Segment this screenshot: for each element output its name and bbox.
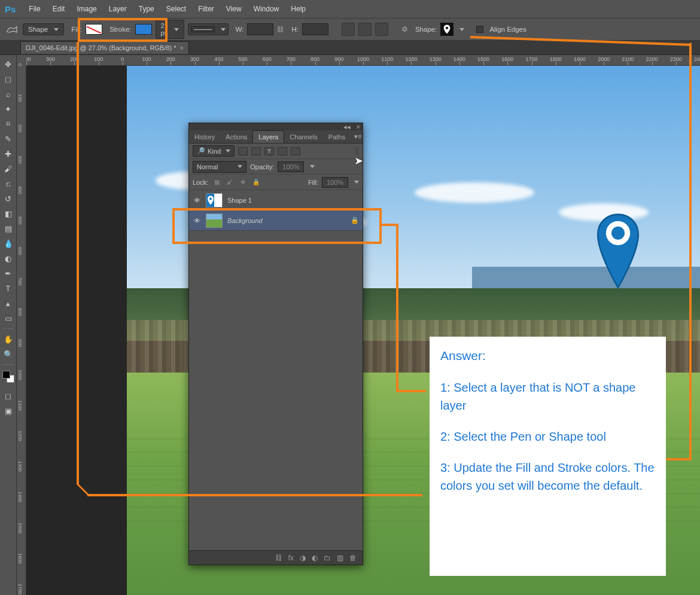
chevron-down-icon[interactable] xyxy=(459,28,464,31)
ruler-horizontal: 4003002001000100200300400500600700800900… xyxy=(26,55,700,66)
opacity-field[interactable]: 100% xyxy=(278,161,304,172)
lock-fill-row: Lock: ▦ 🖌 ✥ 🔒 Fill: 100% xyxy=(189,175,363,190)
marquee-tool-icon[interactable]: ◻ xyxy=(2,72,15,86)
menu-view[interactable]: View xyxy=(220,1,248,17)
document-tab-title: DJI_0046-Edit.jpg @ 27.0% (Background, R… xyxy=(26,44,176,51)
menu-image[interactable]: Image xyxy=(71,1,102,17)
stroke-width-field[interactable]: 2 pt xyxy=(156,20,184,39)
layer-name[interactable]: Shape 1 xyxy=(227,197,252,204)
visibility-icon[interactable]: 👁 xyxy=(193,217,201,224)
lock-all-icon[interactable]: 🔒 xyxy=(251,178,261,187)
answer-heading: Answer: xyxy=(440,346,655,365)
filter-shape-icon[interactable] xyxy=(278,147,287,155)
pin-shape-on-canvas[interactable] xyxy=(595,213,641,293)
path-align-icon[interactable] xyxy=(342,23,355,36)
stamp-tool-icon[interactable]: ⎌ xyxy=(2,177,15,190)
link-layers-icon[interactable]: ⛓ xyxy=(275,554,282,562)
tab-layers[interactable]: Layers xyxy=(252,130,284,143)
pen-tool-icon[interactable]: ✒ xyxy=(2,267,15,280)
dodge-tool-icon[interactable]: ◐ xyxy=(2,252,15,265)
filter-adjust-icon[interactable] xyxy=(251,147,261,155)
filter-pixel-icon[interactable] xyxy=(238,147,248,155)
eraser-tool-icon[interactable]: ◧ xyxy=(2,207,15,220)
align-edges-checkbox[interactable] xyxy=(476,26,483,33)
tab-actions[interactable]: Actions xyxy=(220,131,252,143)
fill-label: Fill: xyxy=(71,26,82,33)
chevron-down-icon[interactable] xyxy=(354,181,359,184)
layers-panel[interactable]: ◂◂ × History Actions Layers Channels Pat… xyxy=(188,123,363,565)
layer-row-shape1[interactable]: 👁 Shape 1 xyxy=(189,190,363,210)
filter-kind-select[interactable]: 🔎 Kind xyxy=(193,145,235,157)
foreground-background-colors[interactable] xyxy=(2,371,14,383)
lock-position-icon[interactable]: ✥ xyxy=(238,178,248,187)
hand-tool-icon[interactable]: ✋ xyxy=(2,332,15,346)
crop-tool-icon[interactable]: ⌗ xyxy=(2,117,15,130)
wand-tool-icon[interactable]: ✦ xyxy=(2,102,15,115)
shape-label: Shape: xyxy=(415,26,437,33)
tab-history[interactable]: History xyxy=(189,131,220,143)
fill-swatch[interactable] xyxy=(86,24,102,35)
filter-smart-icon[interactable] xyxy=(291,147,300,155)
gradient-tool-icon[interactable]: ▤ xyxy=(2,222,15,235)
trash-icon[interactable]: 🗑 xyxy=(349,554,357,562)
lasso-tool-icon[interactable]: ⌕ xyxy=(2,87,15,100)
tab-channels[interactable]: Channels xyxy=(284,131,322,143)
brush-tool-icon[interactable]: 🖌 xyxy=(2,162,15,175)
quickmask-icon[interactable]: ◻ xyxy=(2,389,15,402)
layer-filter-row: 🔎 Kind T xyxy=(189,144,363,159)
tool-mode-select[interactable]: Shape xyxy=(23,23,64,35)
lock-transparency-icon[interactable]: ▦ xyxy=(212,178,221,187)
visibility-icon[interactable]: 👁 xyxy=(193,197,201,204)
height-field[interactable] xyxy=(302,23,328,35)
history-brush-tool-icon[interactable]: ↺ xyxy=(2,192,15,205)
path-options-icon[interactable] xyxy=(375,23,388,36)
menu-select[interactable]: Select xyxy=(160,1,192,17)
layer-name[interactable]: Background xyxy=(227,217,263,224)
fx-icon[interactable]: fx xyxy=(288,554,294,562)
stroke-type-select[interactable] xyxy=(188,23,229,35)
menu-layer[interactable]: Layer xyxy=(103,1,133,17)
panel-titlebar[interactable]: ◂◂ × xyxy=(189,123,363,130)
gear-icon[interactable]: ⚙ xyxy=(401,25,408,33)
shape-tool-icon[interactable]: ▭ xyxy=(2,312,15,325)
width-field[interactable] xyxy=(247,23,273,35)
adjustment-icon[interactable]: ◐ xyxy=(312,554,318,562)
layer-thumbnail[interactable] xyxy=(206,213,223,228)
panel-menu-icon[interactable]: ▾≡ xyxy=(351,130,365,143)
new-layer-icon[interactable]: ▥ xyxy=(337,554,343,562)
stroke-swatch[interactable] xyxy=(135,24,152,35)
height-label: H: xyxy=(291,26,299,33)
mask-icon[interactable]: ◑ xyxy=(300,554,306,562)
blend-opacity-row: Normal Opacity: 100% xyxy=(189,159,363,175)
zoom-tool-icon[interactable]: 🔍 xyxy=(2,347,15,361)
screenmode-icon[interactable]: ▣ xyxy=(2,404,15,417)
eyedropper-tool-icon[interactable]: ✎ xyxy=(2,132,15,145)
menu-window[interactable]: Window xyxy=(248,1,285,17)
layer-thumbnail[interactable] xyxy=(206,193,223,208)
group-icon[interactable]: 🗀 xyxy=(324,554,331,562)
heal-tool-icon[interactable]: ✚ xyxy=(2,147,15,160)
path-select-tool-icon[interactable]: ▴ xyxy=(2,297,15,310)
menu-edit[interactable]: Edit xyxy=(47,1,71,17)
lock-pixels-icon[interactable]: 🖌 xyxy=(225,178,235,187)
link-wh-icon[interactable]: ⛓ xyxy=(277,26,284,33)
filter-type-icon[interactable]: T xyxy=(264,147,274,155)
document-tab[interactable]: DJI_0046-Edit.jpg @ 27.0% (Background, R… xyxy=(20,41,189,54)
layer-row-background[interactable]: 👁 Background 🔒 xyxy=(189,210,363,231)
close-icon[interactable]: × xyxy=(179,44,183,51)
tab-paths[interactable]: Paths xyxy=(323,131,351,143)
type-tool-icon[interactable]: T xyxy=(2,282,15,295)
chevron-down-icon[interactable] xyxy=(310,165,315,168)
custom-shape-preview[interactable] xyxy=(440,23,454,36)
path-arrange-icon[interactable] xyxy=(358,23,372,36)
menu-help[interactable]: Help xyxy=(285,1,312,17)
move-tool-icon[interactable]: ✥ xyxy=(2,57,15,71)
ruler-vertical: 0100200300400500600700800900100011001200… xyxy=(17,66,26,595)
blend-mode-select[interactable]: Normal xyxy=(193,161,246,173)
menu-filter[interactable]: Filter xyxy=(192,1,220,17)
blur-tool-icon[interactable]: 💧 xyxy=(2,237,15,250)
menu-type[interactable]: Type xyxy=(133,1,160,17)
filter-toggle-icon[interactable] xyxy=(355,147,359,155)
fill-field[interactable]: 100% xyxy=(322,177,348,188)
menu-file[interactable]: File xyxy=(23,1,46,17)
